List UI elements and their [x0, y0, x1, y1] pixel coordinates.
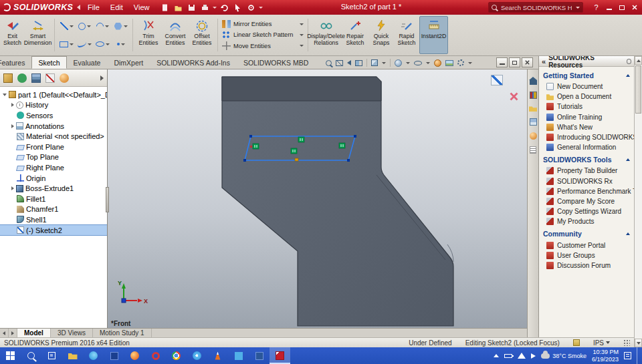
- dropdown-caret-icon[interactable]: [259, 7, 263, 9]
- scroll-up-button[interactable]: [635, 56, 642, 65]
- dropdown-caret-icon[interactable]: [70, 25, 74, 27]
- resource-item-property-tab-builder[interactable]: Property Tab Builder: [539, 166, 634, 176]
- taskbar-search-button[interactable]: [21, 347, 41, 364]
- offset-entities-button[interactable]: Offset Entities: [189, 16, 215, 54]
- display-delete-relations-button[interactable]: Display/Delete Relations: [310, 16, 342, 54]
- polygon-tool[interactable]: [112, 17, 130, 35]
- home-icon[interactable]: [530, 80, 537, 85]
- resource-item-tutorials[interactable]: Tutorials: [539, 102, 634, 112]
- cancel-sketch-icon[interactable]: [509, 92, 519, 102]
- word-button[interactable]: [249, 347, 270, 364]
- scroll-down-button[interactable]: [635, 339, 642, 347]
- pin-icon[interactable]: [627, 59, 631, 64]
- featuremanager-tree-icon[interactable]: [3, 73, 13, 83]
- dimxpertmanager-icon[interactable]: [45, 73, 55, 83]
- configurationmanager-icon[interactable]: [31, 73, 41, 83]
- tab-scroll-right-button[interactable]: [9, 329, 17, 337]
- file-explorer-button[interactable]: [62, 347, 83, 364]
- menu-view[interactable]: View: [130, 2, 153, 13]
- taskbar-clock[interactable]: 10:39 PM 6/19/2023: [592, 349, 619, 363]
- tree-item-shell1[interactable]: Shell1: [0, 214, 107, 225]
- section-community[interactable]: Community: [539, 226, 634, 240]
- dropdown-caret-icon[interactable]: [426, 62, 430, 64]
- convert-entities-button[interactable]: Convert Entities: [162, 16, 189, 54]
- tree-item-material[interactable]: Material <not specified>: [0, 131, 107, 142]
- zoom-to-fit-icon[interactable]: [326, 60, 332, 66]
- search-dropdown-caret-icon[interactable]: [576, 7, 580, 9]
- graphics-area[interactable]: Y X *Front: [108, 69, 527, 328]
- tab-3d-views[interactable]: 3D Views: [51, 329, 93, 337]
- smart-dimension-button[interactable]: Smart Dimension: [23, 16, 52, 54]
- select-arrow-toolbar-icon[interactable]: [232, 2, 243, 13]
- circle-tool[interactable]: [76, 17, 94, 35]
- quick-snaps-button[interactable]: Quick Snaps: [368, 16, 394, 54]
- resource-item-general-information[interactable]: General Information: [539, 142, 634, 152]
- dropdown-caret-icon[interactable]: [121, 43, 125, 45]
- view-settings-icon[interactable]: [457, 59, 464, 66]
- search-input[interactable]: [500, 3, 573, 12]
- minimize-button[interactable]: [603, 1, 615, 13]
- dropdown-caret-icon[interactable]: [300, 34, 304, 36]
- collapse-section-icon[interactable]: [626, 232, 630, 235]
- resource-item-performance-benchmark[interactable]: Performance Benchmark Test: [539, 186, 634, 196]
- view-orientation-icon[interactable]: [371, 59, 378, 66]
- tab-solidworks-mbd[interactable]: SOLIDWORKS MBD: [237, 56, 315, 69]
- volume-icon[interactable]: [531, 353, 536, 359]
- sketch-point[interactable]: [295, 158, 298, 161]
- tree-item-fillet1[interactable]: Fillet1: [0, 194, 107, 204]
- dropdown-caret-icon[interactable]: [105, 25, 109, 27]
- action-center-icon[interactable]: [624, 352, 631, 359]
- section-view-icon[interactable]: [355, 60, 362, 66]
- chrome-button[interactable]: [166, 347, 187, 364]
- arc-tool[interactable]: [94, 17, 112, 35]
- dropdown-caret-icon[interactable]: [382, 62, 386, 64]
- panel-splitter[interactable]: [106, 187, 109, 212]
- view-palette-icon[interactable]: [530, 118, 537, 126]
- options-gear-icon[interactable]: [245, 2, 257, 13]
- tree-root-part[interactable]: part 1 (Default<<Default>_Display State: [0, 89, 107, 100]
- line-tool[interactable]: [58, 17, 76, 35]
- exit-sketch-confirm-icon[interactable]: [491, 75, 503, 85]
- close-button[interactable]: [628, 1, 641, 13]
- photos-button[interactable]: [228, 347, 249, 364]
- resource-item-customer-portal[interactable]: Customer Portal: [539, 240, 634, 250]
- collapse-menu-icon[interactable]: [77, 5, 80, 10]
- weather-widget[interactable]: 38°C Smoke: [541, 353, 586, 359]
- dropdown-caret-icon[interactable]: [88, 43, 92, 45]
- store-button[interactable]: [104, 347, 124, 364]
- start-button[interactable]: [0, 347, 21, 364]
- file-explorer-icon[interactable]: [529, 106, 537, 112]
- ellipse-tool[interactable]: [94, 35, 112, 53]
- edge-button[interactable]: [83, 347, 104, 364]
- propertymanager-icon[interactable]: [17, 73, 27, 83]
- dropdown-caret-icon[interactable]: [70, 43, 74, 45]
- doc-restore-button[interactable]: [509, 57, 520, 67]
- new-document-toolbar-icon[interactable]: [159, 2, 171, 13]
- tab-dimxpert[interactable]: DimXpert: [107, 56, 150, 69]
- resource-item-online-training[interactable]: Online Training: [539, 112, 634, 122]
- appearances-icon[interactable]: [530, 132, 537, 140]
- tree-item-origin[interactable]: Origin: [0, 173, 107, 184]
- help-button[interactable]: ?: [590, 1, 603, 13]
- doc-close-button[interactable]: [522, 57, 533, 67]
- print-toolbar-icon[interactable]: [199, 2, 211, 13]
- firefox-button[interactable]: [124, 347, 145, 364]
- tree-item-top-plane[interactable]: Top Plane: [0, 152, 107, 163]
- tab-model[interactable]: Model: [17, 329, 51, 337]
- network-icon[interactable]: [518, 353, 526, 359]
- custom-properties-icon[interactable]: [530, 146, 536, 154]
- show-desktop-button[interactable]: [637, 347, 640, 364]
- tree-item-sketch2[interactable]: (-) Sketch2: [0, 225, 107, 236]
- resource-item-whats-new[interactable]: What's New: [539, 122, 634, 132]
- expand-arrow-icon[interactable]: [11, 103, 14, 107]
- dropdown-caret-icon[interactable]: [406, 62, 410, 64]
- rectangle-tool[interactable]: [58, 35, 76, 53]
- tree-item-right-plane[interactable]: Right Plane: [0, 162, 107, 173]
- resource-item-open-document[interactable]: Open a Document: [539, 92, 634, 102]
- resource-item-my-products[interactable]: My Products: [539, 216, 634, 226]
- design-library-icon[interactable]: [530, 92, 537, 99]
- displaymanager-icon[interactable]: [60, 73, 69, 83]
- tree-item-history[interactable]: History: [0, 100, 107, 111]
- tab-solidworks-add-ins[interactable]: SOLIDWORKS Add-Ins: [150, 56, 237, 69]
- resource-item-new-document[interactable]: New Document: [539, 81, 634, 92]
